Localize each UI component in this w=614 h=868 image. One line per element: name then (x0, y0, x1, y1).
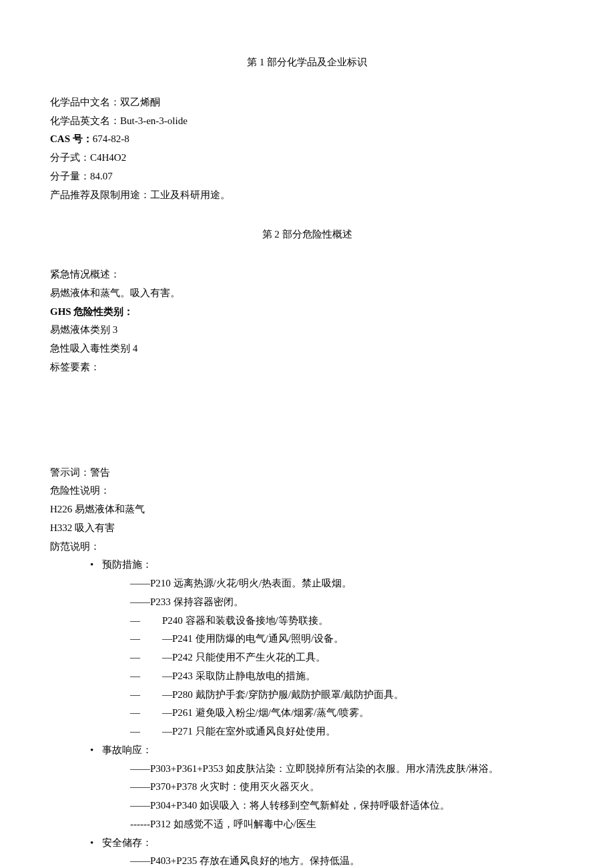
cn-name-row: 化学品中文名：双乙烯酮 (50, 93, 564, 112)
weight-label: 分子量： (50, 171, 90, 181)
p303: ——P303+P361+P353 如皮肤沾染：立即脱掉所有沾染的衣服。用水清洗皮… (50, 760, 564, 779)
pictogram-spacer (50, 377, 564, 464)
signal-value: 警告 (90, 467, 110, 478)
cn-name-label: 化学品中文名： (50, 97, 120, 107)
p242-row: ——P242 只能使用不产生火花的工具。 (50, 648, 564, 667)
p210: ——P210 远离热源/火花/明火/热表面。禁止吸烟。 (50, 574, 564, 593)
signal-label: 警示词： (50, 467, 90, 478)
p261: —P261 避免吸入粉尘/烟/气体/烟雾/蒸气/喷雾。 (162, 707, 369, 718)
p242: —P242 只能使用不产生火花的工具。 (162, 652, 326, 663)
p241-dash: — (130, 630, 162, 648)
section-2-body: 紧急情况概述： 易燃液体和蒸气。吸入有害。 GHS 危险性类别： 易燃液体类别 … (50, 266, 564, 868)
p271-dash: — (130, 723, 162, 741)
response-title: 事故响应： (102, 741, 564, 760)
cas-value: 674-82-8 (93, 133, 129, 144)
storage-title: 安全储存： (102, 834, 564, 853)
prevention-title: 预防措施： (102, 556, 564, 574)
p312: ------P312 如感觉不适，呼叫解毒中心/医生 (50, 815, 564, 834)
p240-row: —P240 容器和装载设备接地/等势联接。 (50, 612, 564, 630)
formula-value: C4H4O2 (90, 152, 126, 163)
p370: ——P370+P378 火灾时：使用灭火器灭火。 (50, 778, 564, 797)
emergency-label: 紧急情况概述： (50, 266, 564, 284)
label-elements: 标签要素： (50, 358, 564, 377)
formula-label: 分子式： (50, 152, 90, 163)
en-name-row: 化学品英文名：But-3-en-3-olide (50, 112, 564, 131)
en-name-label: 化学品英文名： (50, 115, 120, 126)
bullet-icon: • (90, 556, 102, 574)
p271: —P271 只能在室外或通风良好处使用。 (162, 726, 336, 737)
p243-row: ——P243 采取防止静电放电的措施。 (50, 667, 564, 686)
en-name-value: But-3-en-3-olide (120, 115, 188, 126)
cn-name-value: 双乙烯酮 (120, 97, 160, 107)
p403: ——P403+P235 存放在通风良好的地方。保持低温。 (50, 852, 564, 868)
p280-dash: — (130, 686, 162, 705)
p261-dash: — (130, 704, 162, 723)
section-1-title: 第 1 部分化学品及企业标识 (50, 53, 564, 72)
ghs-cat1: 易燃液体类别 3 (50, 321, 564, 340)
cas-label: CAS 号： (50, 133, 93, 144)
formula-row: 分子式：C4H4O2 (50, 149, 564, 167)
p243: —P243 采取防止静电放电的措施。 (162, 671, 316, 681)
p271-row: ——P271 只能在室外或通风良好处使用。 (50, 723, 564, 741)
hazard-h332: H332 吸入有害 (50, 519, 564, 538)
p233: ——P233 保持容器密闭。 (50, 593, 564, 612)
p240-dash: — (130, 612, 162, 630)
p261-row: ——P261 避免吸入粉尘/烟/气体/烟雾/蒸气/喷雾。 (50, 704, 564, 723)
p243-dash: — (130, 667, 162, 686)
response-bullet: • 事故响应： (50, 741, 564, 760)
p241-row: ——P241 使用防爆的电气/通风/照明/设备。 (50, 630, 564, 648)
usage-row: 产品推荐及限制用途：工业及科研用途。 (50, 186, 564, 205)
usage-value: 工业及科研用途。 (150, 189, 230, 200)
p280: —P280 戴防护手套/穿防护服/戴防护眼罩/戴防护面具。 (162, 689, 404, 700)
p280-row: ——P280 戴防护手套/穿防护服/戴防护眼罩/戴防护面具。 (50, 686, 564, 705)
cas-row: CAS 号：674-82-8 (50, 130, 564, 149)
p241: —P241 使用防爆的电气/通风/照明/设备。 (162, 633, 344, 644)
bullet-icon: • (90, 741, 102, 760)
p242-dash: — (130, 648, 162, 667)
p304: ——P304+P340 如误吸入：将人转移到空气新鲜处，保持呼吸舒适体位。 (50, 797, 564, 815)
p240: P240 容器和装载设备接地/等势联接。 (162, 615, 328, 626)
usage-label: 产品推荐及限制用途： (50, 189, 150, 200)
hazard-h226: H226 易燃液体和蒸气 (50, 500, 564, 519)
bullet-icon: • (90, 834, 102, 853)
ghs-label: GHS 危险性类别： (50, 303, 564, 322)
weight-value: 84.07 (90, 171, 113, 181)
storage-bullet: • 安全储存： (50, 834, 564, 853)
section-2-title: 第 2 部分危险性概述 (50, 226, 564, 244)
emergency-text: 易燃液体和蒸气。吸入有害。 (50, 284, 564, 303)
weight-row: 分子量：84.07 (50, 167, 564, 186)
prevention-bullet: • 预防措施： (50, 556, 564, 574)
section-1-body: 化学品中文名：双乙烯酮 化学品英文名：But-3-en-3-olide CAS … (50, 93, 564, 205)
signal-row: 警示词：警告 (50, 464, 564, 482)
precaution-label: 防范说明： (50, 538, 564, 556)
hazard-label: 危险性说明： (50, 482, 564, 500)
ghs-cat2: 急性吸入毒性类别 4 (50, 340, 564, 358)
